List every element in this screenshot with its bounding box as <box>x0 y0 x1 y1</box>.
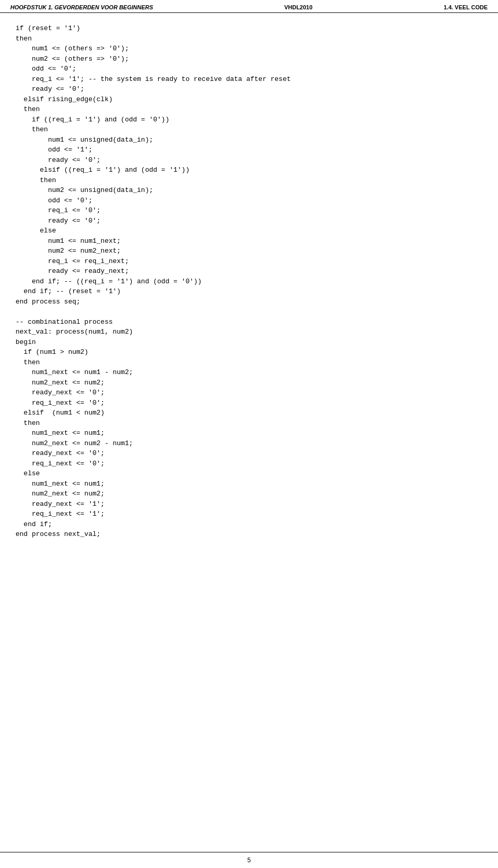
page-footer: 5 <box>0 852 498 868</box>
code-content: if (reset = '1') then num1 <= (others =>… <box>0 13 498 550</box>
page-header: HOOFDSTUK 1. GEVORDERDEN VOOR BEGINNERS … <box>0 0 498 13</box>
page-container: HOOFDSTUK 1. GEVORDERDEN VOOR BEGINNERS … <box>0 0 498 868</box>
page-number: 5 <box>247 857 251 864</box>
code-text: if (reset = '1') then num1 <= (others =>… <box>16 24 291 538</box>
header-right: 1.4. VEEL CODE <box>444 4 488 10</box>
header-center: VHDL2010 <box>284 4 312 10</box>
header-left: HOOFDSTUK 1. GEVORDERDEN VOOR BEGINNERS <box>10 4 153 10</box>
